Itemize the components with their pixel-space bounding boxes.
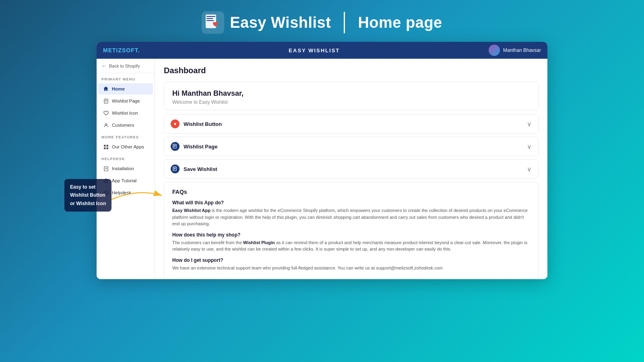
user-name: Manthan Bhavsar bbox=[503, 47, 541, 53]
app-icon bbox=[202, 11, 224, 34]
chat-icon bbox=[103, 190, 109, 195]
sidebar-helpdesk-label: Helpdesk bbox=[112, 190, 131, 195]
sidebar-wishlist-icon-label: Wishlist Icon bbox=[112, 111, 138, 115]
sidebar-other-apps-label: Our Other Apps bbox=[112, 144, 144, 149]
svg-rect-10 bbox=[104, 145, 106, 147]
back-to-shopify-label: Back to Shopify bbox=[109, 64, 140, 68]
faq-title: FAQs bbox=[172, 189, 530, 195]
wishlist-page-icon bbox=[171, 142, 180, 151]
user-avatar bbox=[489, 45, 500, 56]
svg-rect-15 bbox=[105, 168, 107, 168]
svg-rect-2 bbox=[206, 16, 215, 17]
topbar-center-label: EASY WISHLIST bbox=[289, 47, 340, 53]
primary-menu-label: PRIMARY MENU bbox=[97, 73, 155, 83]
svg-marker-18 bbox=[105, 180, 107, 182]
accordion-save-wishlist: Save Wishlist ∨ bbox=[164, 159, 539, 179]
save-wishlist-chevron: ∨ bbox=[527, 165, 532, 173]
accordion-wishlist-button-title: Wishlist Button bbox=[184, 121, 222, 127]
svg-rect-8 bbox=[105, 102, 106, 102]
svg-rect-21 bbox=[174, 145, 176, 146]
sidebar-item-helpdesk[interactable]: Helpdesk bbox=[98, 187, 153, 198]
svg-rect-13 bbox=[106, 147, 108, 149]
page-icon bbox=[103, 98, 109, 104]
heart-icon bbox=[103, 110, 109, 116]
home-icon bbox=[103, 86, 109, 92]
faq-q3: How do I get support? bbox=[172, 257, 530, 263]
svg-rect-7 bbox=[105, 101, 107, 101]
page-subtitle: Home page bbox=[358, 14, 442, 31]
back-to-shopify-button[interactable]: ← Back to Shopify bbox=[97, 59, 155, 73]
svg-rect-12 bbox=[104, 147, 106, 149]
svg-rect-11 bbox=[106, 145, 108, 147]
more-features-label: MORE FEATURES bbox=[97, 131, 155, 141]
svg-rect-3 bbox=[206, 18, 213, 19]
svg-rect-26 bbox=[174, 169, 176, 169]
app-body: ← Back to Shopify PRIMARY MENU Home Wish… bbox=[97, 59, 547, 279]
sidebar-installation-label: Installation bbox=[112, 166, 134, 171]
dashboard-title: Dashboard bbox=[164, 66, 539, 75]
app-title: Easy Wishlist bbox=[230, 14, 331, 31]
faq-q1: What will this App do? bbox=[172, 200, 530, 206]
accordion-wishlist-page-header[interactable]: Wishlist Page ∨ bbox=[164, 137, 538, 156]
header-divider bbox=[344, 12, 345, 33]
sidebar-item-home[interactable]: Home bbox=[98, 83, 153, 95]
svg-rect-27 bbox=[174, 169, 175, 170]
accordion-save-wishlist-header[interactable]: Save Wishlist ∨ bbox=[164, 160, 538, 178]
accordion-left: Save Wishlist bbox=[171, 165, 217, 173]
doc-icon bbox=[103, 166, 109, 171]
back-arrow-icon: ← bbox=[101, 63, 107, 69]
faq-q2: How does this help my shop? bbox=[172, 232, 530, 238]
app-logo: METIZSOFT. bbox=[103, 47, 140, 53]
sidebar-item-wishlist-icon[interactable]: Wishlist Icon bbox=[98, 107, 153, 119]
accordion-left: ♥ Wishlist Button bbox=[171, 119, 222, 128]
app-branding: Easy Wishlist bbox=[202, 11, 331, 34]
svg-rect-6 bbox=[105, 100, 107, 100]
welcome-name: Hi Manthan Bhavsar, bbox=[172, 89, 530, 98]
faq-a1: Easy Wishlist App is the modern age wish… bbox=[172, 207, 530, 227]
svg-rect-25 bbox=[174, 168, 176, 168]
accordion-wishlist-button-header[interactable]: ♥ Wishlist Button ∨ bbox=[164, 115, 538, 133]
top-header: Easy Wishlist Home page bbox=[0, 0, 644, 42]
play-icon bbox=[103, 178, 109, 183]
accordion-wishlist-button: ♥ Wishlist Button ∨ bbox=[164, 114, 539, 134]
sidebar-wishlist-page-label: Wishlist Page bbox=[112, 99, 140, 103]
app-topbar: METIZSOFT. EASY WISHLIST Manthan Bhavsar bbox=[97, 42, 547, 59]
sidebar-item-installation[interactable]: Installation bbox=[98, 163, 153, 174]
accordion-wishlist-page: Wishlist Page ∨ bbox=[164, 137, 539, 156]
sidebar-item-wishlist-page[interactable]: Wishlist Page bbox=[98, 95, 153, 107]
main-content: Dashboard Hi Manthan Bhavsar, Welcome to… bbox=[155, 59, 547, 279]
accordion-left: Wishlist Page bbox=[171, 142, 217, 151]
sidebar-customers-label: Customers bbox=[112, 123, 134, 128]
svg-rect-4 bbox=[206, 20, 214, 21]
sidebar-home-label: Home bbox=[112, 86, 125, 91]
topbar-user: Manthan Bhavsar bbox=[489, 45, 541, 56]
app-window: METIZSOFT. EASY WISHLIST Manthan Bhavsar… bbox=[97, 42, 547, 279]
wishlist-button-chevron: ∨ bbox=[527, 120, 532, 128]
sidebar-item-other-apps[interactable]: Our Other Apps bbox=[98, 141, 153, 152]
sidebar-app-tutorial-label: App Tutorial bbox=[112, 178, 136, 183]
faq-a3: We have an extensive technical support t… bbox=[172, 265, 530, 272]
sidebar-item-app-tutorial[interactable]: App Tutorial bbox=[98, 175, 153, 186]
accordion-wishlist-page-title: Wishlist Page bbox=[184, 144, 217, 150]
svg-point-9 bbox=[105, 123, 107, 125]
user-icon bbox=[103, 122, 109, 128]
save-wishlist-icon bbox=[171, 165, 180, 173]
svg-rect-22 bbox=[174, 146, 176, 146]
svg-rect-16 bbox=[105, 169, 107, 169]
wishlist-button-icon: ♥ bbox=[171, 119, 180, 128]
welcome-sub: Welcome to Easy Wishlist bbox=[172, 99, 530, 105]
sidebar: ← Back to Shopify PRIMARY MENU Home Wish… bbox=[97, 59, 155, 279]
helpdesk-label: HELPDESK bbox=[97, 153, 155, 162]
faq-a2: The customers can benefit from the Wishl… bbox=[172, 239, 530, 253]
faq-section: FAQs What will this App do? Easy Wishlis… bbox=[164, 182, 539, 279]
sidebar-item-customers[interactable]: Customers bbox=[98, 119, 153, 131]
welcome-card: Hi Manthan Bhavsar, Welcome to Easy Wish… bbox=[164, 82, 539, 110]
wishlist-page-chevron: ∨ bbox=[527, 143, 532, 150]
accordion-save-wishlist-title: Save Wishlist bbox=[184, 166, 217, 172]
svg-rect-23 bbox=[174, 147, 175, 147]
grid-icon bbox=[103, 144, 109, 150]
